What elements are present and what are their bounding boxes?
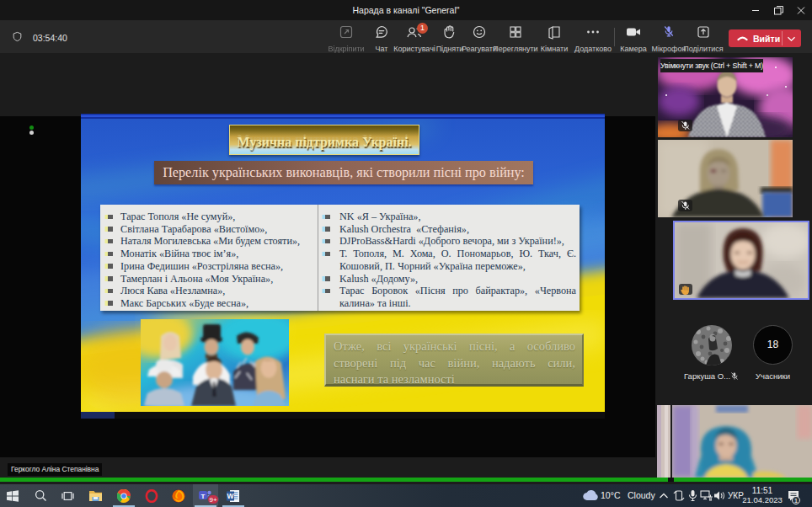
svg-text:W: W	[227, 492, 234, 500]
svg-text:T: T	[201, 493, 206, 500]
